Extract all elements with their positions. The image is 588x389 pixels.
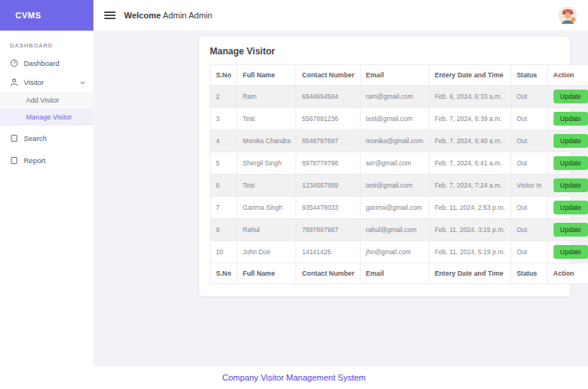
cell-email: ram@gmail.com (360, 86, 429, 108)
cell-contact: 9354478033 (296, 197, 360, 219)
column-header: Action (547, 65, 588, 86)
footer-column-header: Action (547, 263, 588, 284)
cell-actions: UpdateDelete (547, 86, 588, 108)
footer-column-header: Entery Date and Time (429, 263, 511, 284)
sidebar-section-label: DASHBOARD (10, 42, 93, 49)
visitor-table: S.NoFull NameContact NumberEmailEntery D… (210, 64, 588, 284)
table-header-row: S.NoFull NameContact NumberEmailEntery D… (211, 65, 588, 86)
cell-status: Out (511, 219, 547, 241)
sidebar-item-label: Add Visitor (26, 96, 59, 104)
cell-sno: 6 (211, 175, 237, 197)
user-avatar[interactable] (558, 6, 577, 25)
cell-name: Rahul (237, 219, 296, 241)
column-header: Full Name (237, 65, 296, 86)
sidebar-item-label: Report (24, 156, 46, 165)
cell-status: Out (511, 130, 547, 152)
sidebar-item-report[interactable]: Report (0, 151, 93, 170)
cell-name: Ram (237, 86, 296, 108)
cell-name: Test (237, 175, 296, 197)
cell-name: Shergil Singh (237, 152, 296, 175)
cell-actions: UpdateDelete (547, 175, 588, 197)
cell-name: Monika Chandra (237, 130, 296, 152)
cell-email: test@gmail.com (360, 175, 429, 197)
cell-email: ser@gmail.com (360, 152, 429, 175)
cell-entry: Feb. 7, 2024, 6:40 a.m. (429, 130, 511, 152)
search-icon (10, 134, 18, 142)
person-icon (10, 78, 18, 87)
cell-status: Out (511, 152, 547, 175)
sidebar-item-label: Manage Visitor (26, 113, 72, 121)
footer-column-header: Contact Number (296, 263, 360, 284)
cell-sno: 2 (211, 86, 237, 108)
cell-email: rahul@gmail.com (360, 219, 429, 241)
update-button[interactable]: Update (554, 245, 588, 259)
app-logo[interactable]: CVMS (0, 0, 93, 31)
table-row: 6Test1234567899test@gmail.comFeb. 7, 202… (211, 175, 588, 197)
cell-email: garima@gmail.com (360, 197, 429, 219)
cell-status: Out (511, 197, 547, 219)
footer-column-header: Full Name (237, 263, 296, 284)
sidebar-item-dashboard[interactable]: Dashboard (0, 54, 93, 73)
cell-actions: UpdateDelete (547, 130, 588, 152)
sidebar-item-visitor[interactable]: Visitor (0, 73, 93, 92)
update-button[interactable]: Update (554, 201, 588, 214)
column-header: Entery Date and Time (429, 65, 511, 86)
cell-contact: 7897897987 (296, 219, 360, 241)
gauge-icon (10, 59, 18, 67)
cell-actions: UpdateDelete (547, 241, 588, 263)
cell-name: Test (237, 108, 296, 130)
cell-actions: UpdateDelete (547, 152, 588, 175)
main-content: Manage Visitor S.NoFull NameContact Numb… (93, 31, 588, 366)
cell-status: Out (511, 86, 547, 108)
cell-status: Visitor In (511, 175, 547, 197)
column-header: Email (360, 65, 429, 86)
cell-sno: 5 (211, 152, 237, 175)
cell-contact: 8978779798 (296, 152, 360, 175)
topbar: Welcome Admin Admin (93, 0, 588, 31)
update-button[interactable]: Update (554, 178, 588, 192)
cell-actions: UpdateDelete (547, 197, 588, 219)
cell-entry: Feb. 6, 2024, 6:33 a.m. (429, 86, 511, 108)
table-footer-row: S.NoFull NameContact NumberEmailEntery D… (211, 263, 588, 284)
footer-column-header: Status (511, 263, 547, 284)
sidebar-item-search[interactable]: Search (0, 129, 93, 148)
page-footer: Company Visitor Management System (0, 366, 588, 389)
cell-actions: UpdateDelete (547, 219, 588, 241)
footer-link[interactable]: Company Visitor Management System (222, 373, 366, 382)
table-row: 2Ram6544654564ram@gmail.comFeb. 6, 2024,… (211, 86, 588, 108)
sidebar-item-label: Visitor (24, 78, 44, 87)
cell-contact: 1234567899 (296, 175, 360, 197)
cell-status: Out (511, 108, 547, 130)
sidebar: CVMS DASHBOARD Dashboard Visitor Add Vis… (0, 0, 93, 366)
update-button[interactable]: Update (554, 223, 588, 237)
cell-sno: 3 (211, 108, 237, 130)
table-row: 5Shergil Singh8978779798ser@gmail.comFeb… (211, 152, 588, 175)
cell-contact: 6544654564 (296, 86, 360, 108)
welcome-text: Welcome Admin Admin (124, 11, 212, 20)
table-row: 4Monika Chandra6548797897monika@gmail.co… (211, 130, 588, 152)
chevron-down-icon (80, 80, 86, 86)
cell-email: monika@gmail.com (360, 130, 429, 152)
sidebar-item-label: Dashboard (24, 59, 59, 67)
sidebar-item-manage-visitor[interactable]: Manage Visitor (0, 109, 93, 126)
cell-actions: UpdateDelete (547, 108, 588, 130)
column-header: S.No (211, 65, 237, 86)
cell-name: Garima Singh (237, 197, 296, 219)
cell-contact: 5567891236 (296, 108, 360, 130)
welcome-rest: Admin Admin (161, 11, 212, 20)
table-row: 3Test5567891236test@gmail.comFeb. 7, 202… (211, 108, 588, 130)
cell-sno: 9 (211, 219, 237, 241)
update-button[interactable]: Update (554, 134, 588, 148)
update-button[interactable]: Update (554, 90, 588, 103)
update-button[interactable]: Update (554, 156, 588, 170)
hamburger-menu-icon[interactable] (104, 11, 116, 19)
column-header: Status (511, 65, 547, 86)
cell-name: John Doe (237, 241, 296, 263)
app-root: CVMS DASHBOARD Dashboard Visitor Add Vis… (0, 0, 588, 389)
sidebar-item-add-visitor[interactable]: Add Visitor (0, 92, 93, 109)
update-button[interactable]: Update (554, 112, 588, 126)
manage-visitor-card: Manage Visitor S.NoFull NameContact Numb… (199, 37, 570, 296)
cell-entry: Feb. 11, 2024, 3:15 p.m. (429, 219, 511, 241)
report-icon (10, 156, 18, 165)
table-row: 9Rahul7897897987rahul@gmail.comFeb. 11, … (211, 219, 588, 241)
